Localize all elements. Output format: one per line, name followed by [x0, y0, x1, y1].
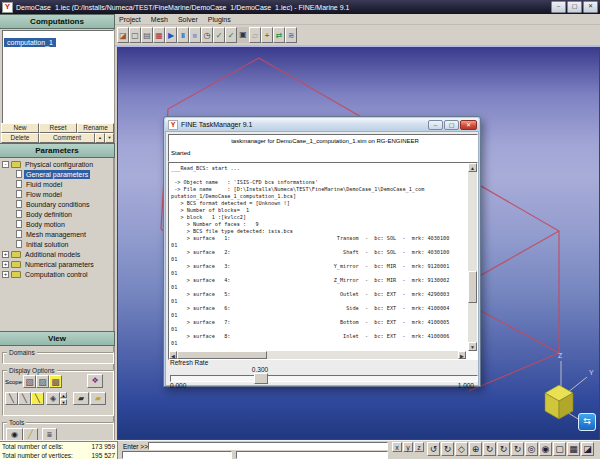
vertices-label: Total number of vertices: — [2, 451, 73, 459]
display-options-group: Display Options Scope ▧ ▨ ▩ ❖ ╲ ╲ ╲ ◈ ▲ … — [2, 370, 114, 416]
suspend-solver-icon[interactable]: ‖ — [177, 27, 189, 43]
tree-item-general-parameters[interactable]: General parameters — [24, 170, 90, 179]
menu-mesh[interactable]: Mesh — [151, 16, 168, 23]
message-field[interactable] — [122, 451, 232, 459]
tree-item-fluid-model[interactable]: Fluid model — [24, 180, 64, 189]
move-down-button[interactable]: ▼ — [105, 133, 114, 143]
taskmanager-dialog[interactable]: Y FINE TaskManager 9.1 – ▢ ✕ taskmanager… — [163, 116, 481, 387]
rotate-free-icon[interactable]: ↺ — [427, 442, 440, 456]
scroll-thumb[interactable] — [468, 271, 477, 303]
tree-item-numerical-parameters[interactable]: Numerical parameters — [23, 260, 96, 269]
axis-y-button[interactable]: y — [403, 442, 413, 452]
delete-button[interactable]: Delete — [1, 133, 39, 143]
scroll-thumb[interactable] — [177, 351, 267, 359]
rotate-y-icon[interactable]: ↻ — [497, 442, 510, 456]
scroll-right-icon[interactable]: ▶ — [458, 351, 466, 359]
pan-view-icon[interactable]: ⊕ — [469, 442, 482, 456]
message-field-2[interactable] — [236, 451, 388, 459]
zoom-window-icon[interactable]: ◎ — [525, 442, 538, 456]
domains-label: Domains — [7, 349, 37, 356]
log-vertical-scrollbar[interactable]: ▲ ▼ — [468, 163, 477, 351]
solver-log-box[interactable]: ___Read_BCS: start ... -> Object name : … — [168, 162, 478, 360]
computation-list-item[interactable]: computation_1 — [4, 38, 56, 47]
cube-view-icon[interactable]: ▦ — [567, 442, 580, 456]
clip-plane-icon[interactable]: ◪ — [581, 442, 594, 456]
title-bar[interactable]: Y DemoCase_1.iec (D:/Installs/Numeca/TES… — [0, 0, 600, 14]
tree-item-initial-solution[interactable]: Initial solution — [24, 240, 70, 249]
open-project-icon[interactable]: ◪ — [117, 27, 129, 43]
dialog-maximize-button[interactable]: ▢ — [444, 120, 459, 130]
spinner-up-icon[interactable]: ▲ — [60, 392, 67, 398]
grid-line-active-icon[interactable]: ╲ — [31, 392, 44, 405]
tree-item-mesh-management[interactable]: Mesh management — [24, 230, 88, 239]
close-button[interactable]: ✕ — [583, 1, 598, 13]
menu-plugins[interactable]: Plugins — [208, 16, 231, 23]
window-title: DemoCase_1.iec (D:/Installs/Numeca/TEST/… — [16, 4, 551, 11]
axis-x-button[interactable]: x — [392, 442, 402, 452]
tree-item-flow-model[interactable]: Flow model — [24, 190, 64, 199]
tree-item-computation-control[interactable]: Computation control — [23, 270, 90, 279]
tree-item-additional-models[interactable]: Additional models — [23, 250, 82, 259]
scroll-up-icon[interactable]: ▲ — [468, 163, 477, 172]
scope-shaded-cube-icon[interactable]: ▩ — [49, 375, 62, 388]
shading-color-icon[interactable]: ▰ — [90, 392, 106, 405]
command-input[interactable] — [148, 442, 388, 450]
minimize-button[interactable]: – — [551, 1, 566, 13]
new-document-icon[interactable]: ▢ — [129, 27, 141, 43]
task-manager-icon[interactable]: ◷ — [201, 27, 213, 43]
rotate-x-icon[interactable]: ↻ — [483, 442, 496, 456]
sync-tool-icon[interactable]: ⇄ — [273, 27, 285, 43]
zoom-view-icon[interactable]: ◉ — [539, 442, 552, 456]
wave-tool-icon[interactable]: ≋ — [285, 27, 297, 43]
check-setup-icon[interactable]: ✓ — [213, 27, 225, 43]
expand-icon[interactable]: + — [2, 251, 9, 258]
monitor-window-icon[interactable]: ▣ — [237, 27, 249, 43]
layers-icon[interactable]: ❖ — [87, 374, 103, 388]
spinner-down-icon[interactable]: ▼ — [60, 399, 67, 405]
stop-solver-icon[interactable]: ■ — [189, 27, 201, 43]
log-file-icon[interactable]: ▱ — [249, 27, 261, 43]
maximize-button[interactable]: ▢ — [567, 1, 582, 13]
dialog-close-button[interactable]: ✕ — [460, 120, 477, 130]
save-project-icon[interactable]: ▤ — [141, 27, 153, 43]
propeller-tool-icon[interactable]: + — [261, 27, 273, 43]
scope-wire-cube-icon[interactable]: ▨ — [36, 375, 49, 388]
remote-session-icon[interactable]: ⇆ — [578, 413, 596, 431]
rotate-z-icon[interactable]: ↻ — [511, 442, 524, 456]
computations-list[interactable]: computation_1 — [2, 30, 114, 124]
expand-icon[interactable]: + — [2, 261, 9, 268]
tree-item-body-definition[interactable]: Body definition — [24, 210, 74, 219]
scroll-left-icon[interactable]: ◀ — [169, 351, 177, 359]
tree-item-boundary-conditions[interactable]: Boundary conditions — [24, 200, 91, 209]
dialog-minimize-button[interactable]: – — [428, 120, 443, 130]
start-solver-icon[interactable]: ▶ — [165, 27, 177, 43]
save-as-icon[interactable]: ▦ — [153, 27, 165, 43]
shading-dark-icon[interactable]: ▰ — [73, 392, 89, 405]
log-horizontal-scrollbar[interactable]: ◀ ▶ — [169, 351, 466, 359]
axis-z-button[interactable]: z — [414, 442, 424, 452]
grid-line-icon[interactable]: ╲ — [5, 392, 18, 405]
tree-item-body-motion[interactable]: Body motion — [24, 220, 67, 229]
menu-project[interactable]: Project — [119, 16, 141, 23]
scroll-down-icon[interactable]: ▼ — [468, 342, 477, 351]
center-view-icon[interactable]: ◇ — [455, 442, 468, 456]
comment-button[interactable]: Comment — [39, 133, 95, 143]
refresh-rate-slider-handle[interactable] — [254, 373, 268, 384]
expand-icon[interactable]: + — [2, 271, 9, 278]
rename-button[interactable]: Rename — [77, 123, 114, 133]
tree-row: Boundary conditions — [2, 199, 113, 209]
fit-view-icon[interactable]: ▢ — [553, 442, 566, 456]
move-up-button[interactable]: ▲ — [95, 133, 105, 143]
menu-solver[interactable]: Solver — [178, 16, 198, 23]
new-button[interactable]: New — [1, 123, 39, 133]
check-mesh-icon[interactable]: ✓ — [225, 27, 237, 43]
scope-solid-cube-icon[interactable]: ▧ — [23, 375, 36, 388]
rotate-free-2-icon[interactable]: ↻ — [441, 442, 454, 456]
orientation-icon[interactable]: ◈ — [46, 392, 60, 405]
reset-button[interactable]: Reset — [39, 123, 77, 133]
refresh-rate-slider-track[interactable] — [170, 375, 478, 382]
dialog-title-bar[interactable]: Y FINE TaskManager 9.1 – ▢ ✕ — [165, 118, 479, 131]
tree-item-physical-configuration[interactable]: Physical configuration — [23, 160, 95, 169]
grid-line-2-icon[interactable]: ╲ — [18, 392, 31, 405]
collapse-icon[interactable]: - — [2, 161, 9, 168]
